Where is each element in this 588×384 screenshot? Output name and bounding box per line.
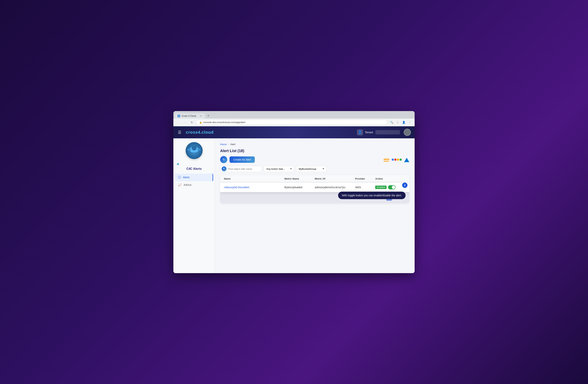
top-navigation: ☰ cross4.cloud 👤 Tenant: [173,126,415,138]
row-alert-name[interactable]: ro6iuucp0d-DocsAlert [224,186,284,189]
gcp-dot-red [394,158,397,161]
sidebar-title: C4C Alerts [186,167,202,171]
row-metric-of: advisorydemo01c4cny7jru [315,186,355,189]
advice-icon: 📈 [178,183,182,187]
gcp-logo [392,158,402,161]
toggle-switch[interactable] [388,185,396,189]
sidebar-item-advice-label: Advice [184,183,191,186]
azure-triangle: A [404,157,409,162]
row-provider: AWS [355,186,375,189]
toolbar-actions: 🔍 ☆ 👤 ⋮ [389,120,412,125]
back-button[interactable]: ← [176,120,181,125]
page-title: Alert List (18) [220,149,244,153]
user-avatar[interactable] [404,129,411,136]
browser-toolbar: ← → ↻ 🔒 console.dev.cross4cloud.com/app/… [173,119,415,126]
row-metric-name: BytesUploaded [284,186,315,189]
sidebar-logo [186,142,203,159]
new-tab-button[interactable]: + [206,113,211,119]
breadcrumb-separator: / [228,143,229,146]
forward-button[interactable]: → [182,120,188,125]
create-alert-button[interactable]: Create An Alert [230,156,255,163]
azure-logo: A [404,157,409,162]
col-metric-of: Metric Of [315,177,355,180]
browser-window: 4 Cross 4 Cloud ✕ + ← → ↻ 🔒 console.dev.… [173,111,415,273]
address-bar[interactable]: 🔒 console.dev.cross4cloud.com/app/alert [196,120,387,125]
breadcrumb: Home / Alert [220,143,409,146]
action-status-filter[interactable]: Any Action Stat... [264,166,294,172]
breadcrumb-home[interactable]: Home [220,143,227,146]
breadcrumb-current: Alert [230,143,235,146]
profile-button[interactable]: 👤 [401,120,406,125]
active-tab[interactable]: 4 Cross 4 Cloud ✕ [175,113,205,119]
gcp-dot-blue [392,158,394,161]
url-text: console.dev.cross4cloud.com/app/alert [203,121,245,124]
alerts-icon: ⓘ [178,175,181,179]
sidebar-item-alerts-label: Alerts [183,176,189,179]
tab-title: Cross 4 Cloud [182,115,196,117]
search-icon-button[interactable]: 🔍 [222,166,227,171]
content-area: Home / Alert Alert List (18) ↻ Create An… [215,138,415,273]
bookmark-button[interactable]: ☆ [395,120,400,125]
table-header: Name Metric Name Metric Of Provider Acti… [220,175,409,183]
sidebar-item-advice[interactable]: 📈 Advice [175,181,213,189]
aws-logo: aws [383,157,389,162]
sidebar-item-alerts[interactable]: ⓘ Alerts [175,173,213,181]
col-provider: Provider [355,177,375,180]
app-logo: cross4.cloud [186,130,214,135]
refresh-icon: ↻ [223,158,225,161]
row-action: 2 Enabled With toggle button you can [375,185,406,189]
tooltip-text: With toggle button you can enable/disabl… [342,194,402,197]
filters-row: 🔍 Any Action Stat... MyBucketGroup [220,166,409,172]
refresh-button[interactable]: ↻ [189,120,194,125]
app-container: ☰ cross4.cloud 👤 Tenant: [173,126,415,273]
sidebar-logo-arms [188,148,201,152]
col-action: Action [375,177,406,180]
search-container: 🔍 [220,166,262,172]
sidebar-navigation: ⓘ Alerts 📈 Advice [173,173,215,189]
toggle-label: Enabled [375,186,387,189]
provider-logos: aws A [383,157,409,162]
lock-icon: 🔒 [199,121,202,124]
toggle-container: Enabled [375,185,406,189]
tab-favicon: 4 [178,115,180,117]
menu-button[interactable]: ⋮ [407,120,412,125]
tenant-area: 👤 Tenant: [357,129,400,135]
page-header: Alert List (18) [220,149,409,153]
gcp-dot-yellow [397,158,399,161]
alerts-table: Name Metric Name Metric Of Provider Acti… [220,175,409,203]
refresh-list-button[interactable]: ↻ [220,156,227,163]
col-metric-name: Metric Name [284,177,315,180]
col-name: Name [224,177,284,180]
gcp-dot-green [399,158,402,161]
aws-underline [384,161,389,162]
tab-close-button[interactable]: ✕ [199,115,202,117]
search-button[interactable]: 🔍 [389,120,394,125]
tenant-icon: 👤 [357,129,363,135]
hamburger-button[interactable]: ☰ [177,129,182,135]
toggle-slider [388,185,396,189]
table-row: ro6iuucp0d-DocsAlert BytesUploaded advis… [220,183,409,192]
sidebar-logo-arm-left [188,149,191,151]
browser-tabs: 4 Cross 4 Cloud ✕ + [173,111,415,119]
search-icon: 🔍 [223,168,226,170]
step-badge: 2 [402,183,407,188]
sidebar-collapse-button[interactable]: ◀ [173,161,182,166]
main-body: ◀ C4C Alerts ⓘ Alerts 📈 Advice [173,138,415,273]
tenant-label: Tenant: [365,131,374,134]
toolbar: ↻ Create An Alert aws [220,156,409,163]
sidebar-logo-arm-right [197,149,201,151]
sidebar: ◀ C4C Alerts ⓘ Alerts 📈 Advice [173,138,215,273]
group-filter[interactable]: MyBucketGroup [296,166,326,172]
tooltip-bubble: With toggle button you can enable/disabl… [338,192,406,199]
tenant-input[interactable] [376,130,400,134]
